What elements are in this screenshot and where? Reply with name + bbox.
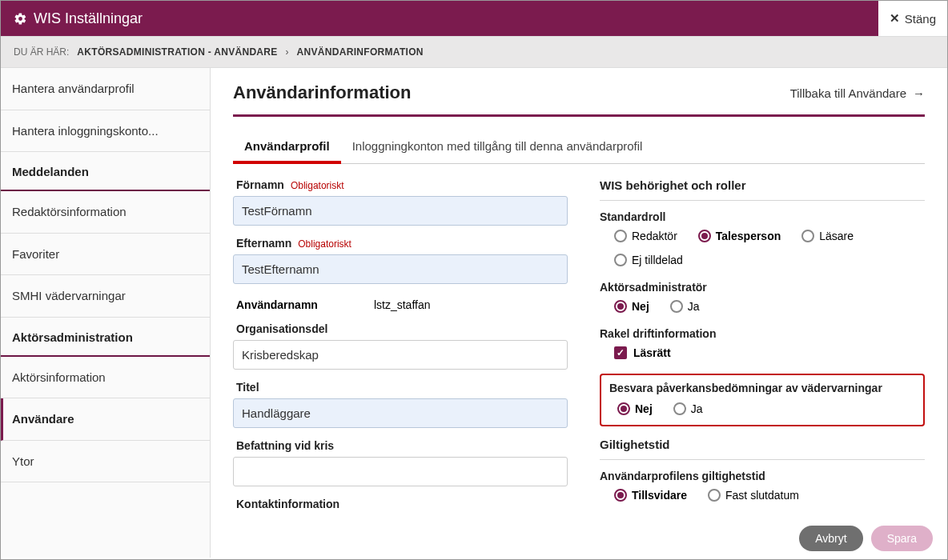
anvandarnamn-value: lstz_staffan [374, 298, 431, 311]
back-link[interactable]: Tillbaka till Användare → [790, 86, 925, 100]
radio-talesperson[interactable]: Talesperson [698, 230, 781, 242]
tab-anvandarprofil[interactable]: Användarprofil [233, 131, 341, 164]
sidebar-item-ytor[interactable]: Ytor [1, 441, 210, 483]
chevron-right-icon: › [286, 46, 289, 58]
radio-besvara-nej[interactable]: Nej [617, 402, 653, 415]
group-rakel: Rakel driftinformation ✓ Läsrätt [600, 327, 925, 359]
topbar-title-group: WIS Inställningar [14, 10, 143, 27]
checkbox-lasratt[interactable]: ✓ Läsrätt [600, 346, 925, 359]
sidebar-group-aktor: Aktörsadministration [1, 318, 210, 357]
page-title: Användarinformation [233, 82, 411, 103]
main: Användarinformation Tillbaka till Använd… [211, 68, 947, 558]
field-fornamn: Förnamn Obligatoriskt [233, 178, 568, 226]
titel-label: Titel [236, 381, 259, 394]
main-header: Användarinformation Tillbaka till Använd… [233, 82, 925, 117]
field-efternamn: Efternamn Obligatoriskt [233, 237, 568, 284]
arrow-right-icon: → [913, 86, 925, 100]
form-right: WIS behörighet och roller Standardroll R… [600, 178, 925, 522]
lasratt-label: Läsrätt [633, 346, 671, 359]
radio-fast[interactable]: Fast slutdatum [708, 489, 799, 502]
field-orgdel: Organisationsdel [233, 322, 568, 370]
sidebar-item-redaktor[interactable]: Redaktörsinformation [1, 191, 210, 234]
radio-redaktor[interactable]: Redaktör [614, 230, 677, 242]
cancel-button[interactable]: Avbryt [799, 526, 862, 551]
field-titel: Titel [233, 381, 568, 428]
sidebar-item-hantera-konto[interactable]: Hantera inloggningskonto... [1, 110, 210, 153]
close-button[interactable]: ✕ Stäng [878, 1, 947, 36]
check-icon: ✓ [614, 346, 627, 359]
radio-tillsvidare[interactable]: Tillsvidare [614, 489, 687, 502]
breadcrumb-label: DU ÄR HÄR: [14, 46, 69, 58]
breadcrumb-item-2: ANVÄNDARINFORMATION [297, 46, 424, 58]
befattning-label: Befattning vid kris [236, 439, 334, 452]
gear-icon [14, 12, 27, 26]
titel-input[interactable] [233, 398, 568, 428]
efternamn-label: Efternamn [236, 237, 291, 250]
orgdel-label: Organisationsdel [236, 322, 327, 335]
efternamn-input[interactable] [233, 254, 568, 284]
highlight-besvara: Besvara påverkansbedömningar av vädervar… [600, 374, 925, 426]
field-befattning: Befattning vid kris [233, 439, 568, 486]
close-label: Stäng [905, 12, 936, 26]
breadcrumb-item-1[interactable]: AKTÖRSADMINISTRATION - ANVÄNDARE [77, 46, 277, 58]
field-kontakt: Kontaktinformation [233, 498, 568, 510]
group-giltighet: Användarprofilens giltighetstid Tillsvid… [600, 470, 925, 502]
tabs: Användarprofil Inloggningkonton med till… [233, 131, 925, 164]
tab-inloggningkonton[interactable]: Inloggningkonton med tillgång till denna… [341, 131, 654, 163]
efternamn-required: Obligatoriskt [298, 238, 351, 250]
sidebar-item-hantera-profil[interactable]: Hantera användarprofil [1, 68, 210, 110]
field-anvandarnamn: Användarnamn lstz_staffan [233, 295, 568, 322]
footer-buttons: Avbryt Spara [799, 526, 933, 551]
fornamn-required: Obligatoriskt [291, 180, 344, 191]
radio-lasare[interactable]: Läsare [801, 230, 854, 242]
section-giltighet: Giltighetstid [600, 438, 925, 460]
app-title: WIS Inställningar [34, 10, 143, 27]
breadcrumb: DU ÄR HÄR: AKTÖRSADMINISTRATION - ANVÄND… [1, 36, 947, 68]
besvara-label: Besvara påverkansbedömningar av vädervar… [609, 382, 915, 394]
save-button[interactable]: Spara [871, 526, 933, 551]
fornamn-label: Förnamn [236, 178, 284, 191]
section-behorighet: WIS behörighet och roller [600, 178, 925, 201]
radio-ej-tilldelad[interactable]: Ej tilldelad [614, 254, 683, 266]
standardroll-label: Standardroll [600, 210, 925, 223]
radio-aktor-ja[interactable]: Ja [670, 300, 700, 313]
aktoradmin-label: Aktörsadministratör [600, 281, 925, 294]
form-left: Förnamn Obligatoriskt Efternamn Obligato… [233, 178, 568, 522]
anvandarnamn-label: Användarnamn [236, 298, 318, 311]
group-standardroll: Standardroll Redaktör Talesperson Läsare… [600, 210, 925, 266]
content: Hantera användarprofil Hantera inloggnin… [1, 68, 947, 558]
befattning-input[interactable] [233, 457, 568, 486]
sidebar-item-favoriter[interactable]: Favoriter [1, 234, 210, 276]
fornamn-input[interactable] [233, 196, 568, 226]
form-area: Förnamn Obligatoriskt Efternamn Obligato… [233, 164, 925, 522]
rakel-label: Rakel driftinformation [600, 327, 925, 340]
sidebar: Hantera användarprofil Hantera inloggnin… [1, 68, 211, 558]
topbar: WIS Inställningar ✕ Stäng [1, 1, 947, 36]
radio-besvara-ja[interactable]: Ja [673, 402, 703, 415]
giltighet-sub: Användarprofilens giltighetstid [600, 470, 925, 482]
sidebar-item-anvandare[interactable]: Användare [1, 398, 210, 441]
sidebar-group-meddelanden: Meddelanden [1, 152, 210, 191]
radio-aktor-nej[interactable]: Nej [614, 300, 649, 313]
sidebar-item-aktorinfo[interactable]: Aktörsinformation [1, 357, 210, 399]
group-aktoradmin: Aktörsadministratör Nej Ja [600, 281, 925, 313]
sidebar-item-smhi[interactable]: SMHI vädervarningar [1, 275, 210, 318]
close-icon: ✕ [890, 11, 900, 26]
back-label: Tillbaka till Användare [790, 86, 906, 100]
kontakt-label: Kontaktinformation [236, 498, 339, 510]
orgdel-input[interactable] [233, 340, 568, 370]
